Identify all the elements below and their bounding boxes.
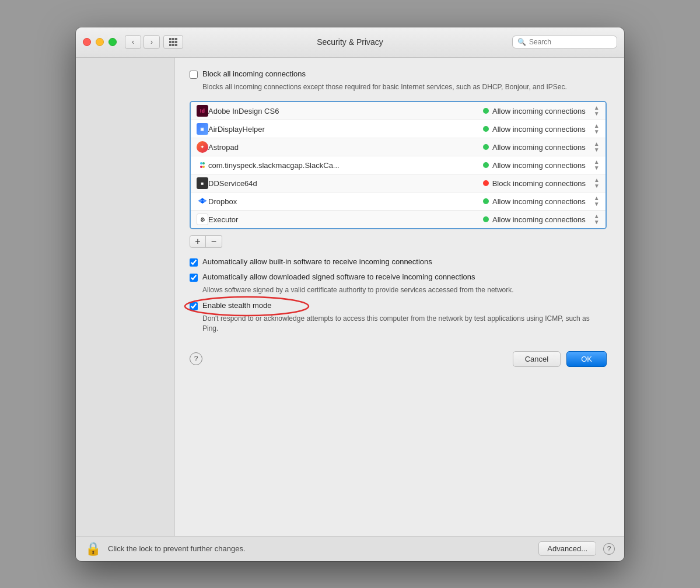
- app-name: DDService64d: [208, 179, 483, 188]
- status-text: Allow incoming connections: [492, 215, 586, 224]
- window: ‹ › Security & Privacy 🔍: [76, 27, 624, 561]
- block-all-label: Block all incoming connections: [202, 69, 306, 78]
- table-row[interactable]: ■ DDService64d Block incoming connection…: [191, 174, 606, 192]
- stealth-mode-section: Enable stealth mode Don't respond to or …: [190, 301, 607, 334]
- lock-message: Click the lock to prevent further change…: [108, 544, 246, 553]
- back-button[interactable]: ‹: [125, 35, 141, 49]
- bottom-bar: 🔒 Click the lock to prevent further chan…: [76, 536, 624, 561]
- help-button[interactable]: ?: [190, 352, 202, 365]
- stealth-mode-row: Enable stealth mode: [190, 301, 607, 310]
- app-icon-dropbox: [197, 195, 208, 207]
- stepper-icon[interactable]: ▲▼: [594, 195, 600, 207]
- status-dot-green: [483, 126, 489, 132]
- app-status: Allow incoming connections ▲▼: [483, 141, 600, 153]
- add-app-button[interactable]: +: [190, 235, 206, 248]
- status-text: Allow incoming connections: [492, 161, 586, 170]
- table-row[interactable]: ▣ AirDisplayHelper Allow incoming connec…: [191, 120, 606, 138]
- remove-app-button[interactable]: −: [206, 235, 222, 248]
- stepper-icon[interactable]: ▲▼: [594, 177, 600, 189]
- search-bar[interactable]: 🔍: [512, 36, 617, 48]
- status-dot-green: [483, 216, 489, 222]
- block-all-section: Block all incoming connections Blocks al…: [190, 69, 607, 92]
- stealth-mode-description: Don't respond to or acknowledge attempts…: [202, 314, 607, 334]
- status-dot-red: [483, 180, 489, 186]
- app-icon-executor: ⚙: [197, 214, 208, 225]
- status-dot-green: [483, 162, 489, 168]
- app-list[interactable]: Id Adobe InDesign CS6 Allow incoming con…: [191, 102, 606, 228]
- ok-button[interactable]: OK: [566, 351, 607, 367]
- app-status: Block incoming connections ▲▼: [483, 177, 600, 189]
- app-name: AirDisplayHelper: [208, 125, 483, 134]
- auto-signed-row: Automatically allow downloaded signed so…: [190, 272, 607, 282]
- status-text: Allow incoming connections: [492, 125, 586, 134]
- app-icon-astropad: ✦: [197, 141, 208, 153]
- status-dot-green: [483, 198, 489, 204]
- svg-point-0: [200, 162, 202, 164]
- auto-signed-section: Automatically allow downloaded signed so…: [190, 272, 607, 295]
- title-bar: ‹ › Security & Privacy 🔍: [76, 27, 624, 58]
- auto-signed-label: Automatically allow downloaded signed so…: [202, 272, 475, 281]
- app-status: Allow incoming connections ▲▼: [483, 195, 600, 207]
- app-icon-indesign: Id: [197, 105, 208, 117]
- table-row[interactable]: com.tinyspeck.slackmacgap.SlackCa... All…: [191, 156, 606, 174]
- search-icon: 🔍: [517, 38, 526, 46]
- sidebar: [76, 58, 175, 536]
- add-remove-controls: + −: [190, 235, 607, 248]
- app-name: Astropad: [208, 143, 483, 152]
- forward-icon: ›: [150, 38, 153, 46]
- minimize-button[interactable]: [96, 38, 104, 46]
- app-list-container: Id Adobe InDesign CS6 Allow incoming con…: [190, 101, 607, 229]
- svg-point-3: [200, 166, 202, 168]
- app-name: Adobe InDesign CS6: [208, 107, 483, 116]
- stepper-icon[interactable]: ▲▼: [594, 159, 600, 171]
- grid-view-button[interactable]: [163, 35, 183, 49]
- auto-builtin-section: Automatically allow built-in software to…: [190, 257, 607, 267]
- help-circle-button[interactable]: ?: [603, 543, 615, 555]
- app-icon-airdisplay: ▣: [197, 123, 208, 135]
- status-text: Block incoming connections: [492, 179, 586, 188]
- grid-icon: [169, 38, 177, 46]
- app-icon-slack: [197, 159, 208, 171]
- stealth-mode-checkbox[interactable]: [190, 302, 198, 310]
- stepper-icon[interactable]: ▲▼: [594, 105, 600, 117]
- auto-builtin-checkbox[interactable]: [190, 258, 198, 267]
- cancel-button[interactable]: Cancel: [513, 351, 561, 367]
- block-all-checkbox[interactable]: [190, 71, 198, 79]
- app-name: Executor: [208, 215, 483, 224]
- forward-button[interactable]: ›: [144, 35, 160, 49]
- table-row[interactable]: Dropbox Allow incoming connections ▲▼: [191, 192, 606, 211]
- status-dot-green: [483, 144, 489, 150]
- search-input[interactable]: [529, 38, 612, 46]
- block-all-row: Block all incoming connections: [190, 69, 607, 79]
- maximize-button[interactable]: [108, 38, 117, 46]
- table-row[interactable]: Id Adobe InDesign CS6 Allow incoming con…: [191, 102, 606, 120]
- status-text: Allow incoming connections: [492, 107, 586, 116]
- app-name: Dropbox: [208, 197, 483, 206]
- auto-signed-checkbox[interactable]: [190, 274, 198, 282]
- stepper-icon[interactable]: ▲▼: [594, 141, 600, 153]
- app-status: Allow incoming connections ▲▼: [483, 214, 600, 225]
- app-name: com.tinyspeck.slackmacgap.SlackCa...: [208, 161, 483, 170]
- nav-buttons: ‹ ›: [125, 35, 160, 49]
- status-dot-green: [483, 108, 489, 114]
- window-title: Security & Privacy: [317, 37, 383, 47]
- app-status: Allow incoming connections ▲▼: [483, 105, 600, 117]
- lock-icon[interactable]: 🔒: [85, 541, 101, 556]
- stealth-mode-label: Enable stealth mode: [202, 301, 272, 310]
- auto-builtin-label: Automatically allow built-in software to…: [202, 257, 432, 266]
- auto-builtin-row: Automatically allow built-in software to…: [190, 257, 607, 267]
- stepper-icon[interactable]: ▲▼: [594, 214, 600, 225]
- content-area: Block all incoming connections Blocks al…: [76, 58, 624, 536]
- app-status: Allow incoming connections ▲▼: [483, 159, 600, 171]
- table-row[interactable]: ✦ Astropad Allow incoming connections ▲▼: [191, 138, 606, 156]
- status-text: Allow incoming connections: [492, 143, 586, 152]
- svg-point-2: [202, 166, 205, 168]
- main-panel: Block all incoming connections Blocks al…: [175, 58, 624, 536]
- advanced-button[interactable]: Advanced...: [538, 541, 596, 556]
- stepper-icon[interactable]: ▲▼: [594, 123, 600, 135]
- traffic-lights: [83, 38, 117, 46]
- close-button[interactable]: [83, 38, 91, 46]
- svg-point-1: [202, 162, 205, 164]
- table-row[interactable]: ⚙ Executor Allow incoming connections ▲▼: [191, 211, 606, 228]
- dialog-buttons: ? Cancel OK: [190, 345, 607, 367]
